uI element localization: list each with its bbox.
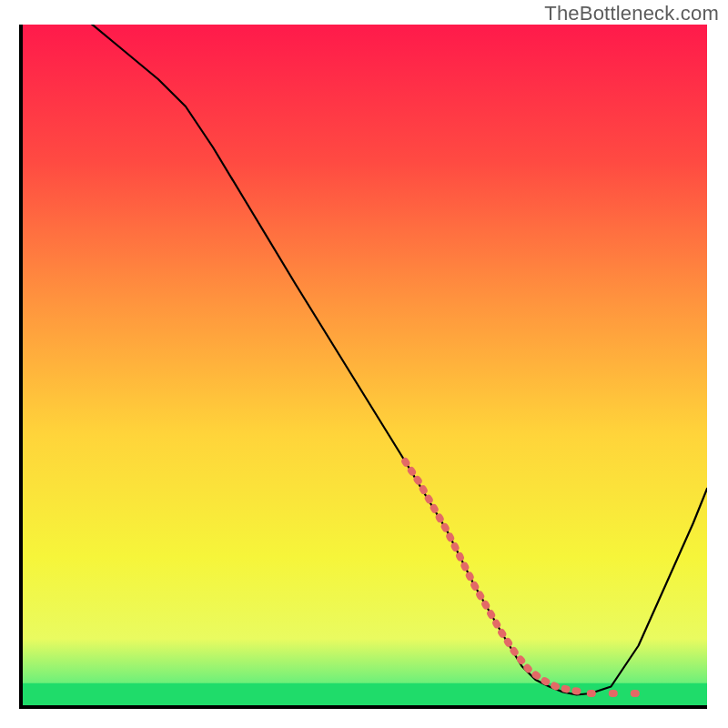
green-band [21,683,707,707]
chart-container: { "watermark": { "text": "TheBottleneck.… [0,0,728,728]
watermark-text: TheBottleneck.com [544,2,719,25]
gradient-fill [21,25,707,707]
chart-svg [0,0,728,728]
plot-area [21,0,707,707]
